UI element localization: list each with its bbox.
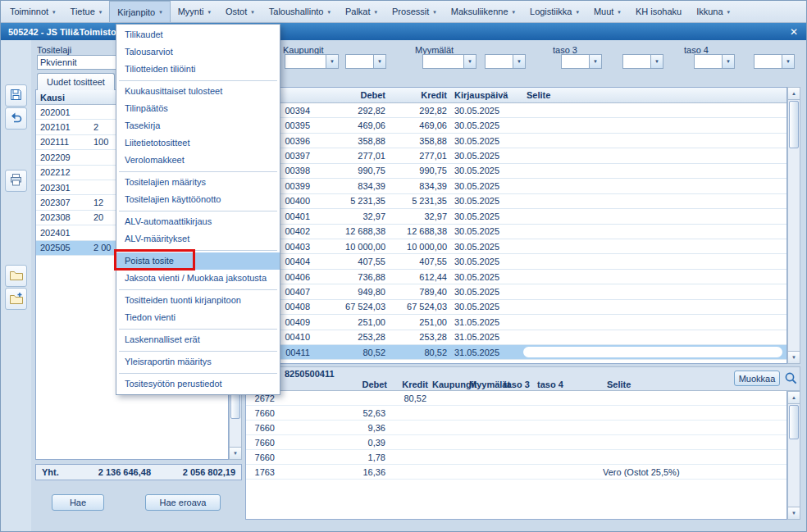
filter-combo-myymalat-1[interactable]: ▼ [422, 54, 476, 69]
menu-item-tositesyoton-perustiedot[interactable]: Tositesyötön perustiedot [116, 375, 280, 393]
menu-item-tilikaudet[interactable]: Tilikaudet [116, 26, 280, 43]
scroll-down-icon[interactable]: ▼ [788, 507, 800, 519]
tosite-row[interactable]: 00395469,06469,0630.05.2025 [246, 118, 786, 133]
save-button[interactable] [5, 84, 27, 107]
menubar-item-logistiikka[interactable]: Logistiikka▾ [522, 1, 586, 22]
menu-item-tasekirja[interactable]: Tasekirja [116, 117, 280, 134]
combo-arrow-icon[interactable]: ▼ [373, 55, 385, 68]
filter-combo-taso3-1[interactable]: ▼ [561, 54, 602, 69]
kausi-cell: 202301 [36, 183, 93, 193]
tosite-row[interactable]: 00396358,88358,8830.05.2025 [246, 134, 786, 148]
tab-uudet-tositteet[interactable]: Uudet tositteet [37, 73, 115, 90]
kausi-cell: 202401 [36, 228, 93, 238]
tositelaji-input[interactable] [37, 55, 116, 70]
filter-combo-taso4-1[interactable]: ▼ [694, 54, 735, 69]
menu-item-talousarviot[interactable]: Talousarviot [116, 43, 280, 61]
menubar-item-myynti[interactable]: Myynti▾ [171, 1, 218, 22]
selite-field[interactable] [523, 347, 782, 357]
combo-arrow-icon[interactable]: ▼ [650, 55, 663, 68]
filter-combo-taso4-2[interactable]: ▼ [754, 54, 795, 69]
filter-combo-taso3-2[interactable]: ▼ [622, 54, 663, 69]
scroll-down-icon[interactable]: ▼ [230, 447, 241, 459]
combo-value [285, 55, 326, 68]
vienti-row[interactable]: 76609,36 [246, 421, 786, 435]
combo-arrow-icon[interactable]: ▼ [463, 55, 476, 68]
tosite-row[interactable]: 0040132,9732,9730.05.2025 [246, 209, 786, 224]
menubar-item-kh-isohaku[interactable]: KH isohaku [628, 1, 689, 22]
undo-button[interactable] [5, 107, 27, 130]
menu-item-yleisraportin-maaritys[interactable]: Yleisraportin määritys [116, 353, 280, 371]
menu-item-tilinpaatos[interactable]: Tilinpäätös [116, 100, 280, 117]
menu-item-liitetietotositteet[interactable]: Liitetietotositteet [116, 134, 280, 152]
hae-eroava-button[interactable]: Hae eroava [145, 494, 221, 511]
menubar-item-maksuliikenne[interactable]: Maksuliikenne▾ [444, 1, 522, 22]
tosite-table-scrollbar[interactable]: ▲ ▼ [787, 87, 800, 364]
menu-item-kuukausittaiset-tulosteet[interactable]: Kuukausittaiset tulosteet [116, 83, 280, 100]
menu-item-tiliotteiden-tiliointi[interactable]: Tiliotteiden tiliöinti [116, 61, 280, 78]
print-button[interactable] [5, 170, 27, 192]
menubar-item-prosessit[interactable]: Prosessit▾ [385, 1, 444, 22]
tosite-row[interactable]: 00394292,82292,8230.05.2025 [246, 103, 786, 118]
tosite-row[interactable]: 00404407,55407,5530.05.2025 [246, 254, 786, 269]
tosite-row[interactable]: 00397277,01277,0130.05.2025 [246, 148, 786, 163]
menubar-item-ikkuna[interactable]: Ikkuna▾ [689, 1, 737, 22]
combo-arrow-icon[interactable]: ▼ [782, 55, 794, 68]
menubar-item-taloushallinto[interactable]: Taloushallinto▾ [262, 1, 338, 22]
vienti-row[interactable]: 176316,36Vero (Ostot 25,5%) [246, 465, 786, 480]
tosite-row[interactable]: 00409251,00251,0031.05.2025 [246, 315, 786, 330]
combo-arrow-icon[interactable]: ▼ [589, 55, 601, 68]
menu-item-tiedon-vienti[interactable]: Tiedon vienti [116, 309, 280, 326]
tosite-row[interactable]: 00410253,28253,2831.05.2025 [246, 330, 786, 345]
scroll-down-icon[interactable]: ▼ [788, 351, 800, 363]
tosite-row[interactable]: 0040212 688,3812 688,3830.05.2025 [246, 225, 786, 239]
filter-combo-kaupungit-1[interactable]: ▼ [285, 54, 339, 69]
menubar-item-ostot[interactable]: Ostot▾ [218, 1, 262, 22]
menu-item-jaksota-vienti-muokkaa-jaksotusta[interactable]: Jaksota vienti / Muokkaa jaksotusta [116, 270, 280, 287]
tosite-row[interactable]: 00398990,75990,7530.05.2025 [246, 164, 786, 179]
vienti-row[interactable]: 766052,63 [246, 406, 786, 421]
chevron-down-icon: ▾ [375, 9, 378, 15]
menubar-item-label: Tietue [71, 7, 95, 16]
vienti-row[interactable]: 76601,78 [246, 450, 786, 465]
menu-item-alv-automaattikirjaus[interactable]: ALV-automaattikirjaus [116, 213, 280, 230]
menu-item-tositelajien-kayttoonotto[interactable]: Tositelajien käyttöönotto [116, 191, 280, 208]
detail-taso3-header: taso 3 [504, 380, 530, 389]
folder-button[interactable] [5, 265, 27, 287]
menubar-item-muut[interactable]: Muut▾ [586, 1, 628, 22]
tosite-row[interactable]: 00399834,39834,3930.05.2025 [246, 179, 786, 193]
folder-new-button[interactable] [5, 288, 27, 310]
vienti-row[interactable]: 76600,39 [246, 435, 786, 450]
tosite-row[interactable]: 00407949,80789,4030.05.2025 [246, 284, 786, 299]
scrollbar-thumb[interactable] [789, 101, 799, 148]
tosite-row[interactable]: 0040310 000,0010 000,0030.05.2025 [246, 239, 786, 254]
tosite-row[interactable]: 0040867 524,0367 524,0330.05.2025 [246, 300, 786, 315]
tosite-row[interactable]: 0041180,5280,5231.05.2025 [246, 345, 786, 360]
menu-item-alv-maaritykset[interactable]: ALV-määritykset [116, 230, 280, 248]
hae-button[interactable]: Hae [52, 494, 104, 511]
menubar-item-palkat[interactable]: Palkat▾ [338, 1, 385, 22]
menubar-item-tietue[interactable]: Tietue▾ [63, 1, 110, 22]
scroll-up-icon[interactable]: ▲ [788, 392, 800, 404]
menu-item-tositteiden-tuonti-kirjanpitoon[interactable]: Tositteiden tuonti kirjanpitoon [116, 292, 280, 309]
menubar-item-kirjanpito[interactable]: Kirjanpito▾ [109, 1, 170, 22]
combo-arrow-icon[interactable]: ▼ [722, 55, 734, 68]
menubar-item-toiminnot[interactable]: Toiminnot▾ [2, 1, 63, 22]
menu-item-poista-tosite[interactable]: Poista tosite [116, 252, 280, 270]
detail-table-scrollbar[interactable]: ▲ ▼ [787, 391, 800, 520]
menu-item-verolomakkeet[interactable]: Verolomakkeet [116, 152, 280, 169]
combo-arrow-icon[interactable]: ▼ [513, 55, 525, 68]
scrollbar-thumb[interactable] [789, 405, 799, 439]
tosite-row[interactable]: 00406736,88612,4430.05.2025 [246, 270, 786, 284]
close-icon[interactable]: ✕ [787, 25, 800, 38]
menu-item-tositelajien-maaritys[interactable]: Tositelajien määritys [116, 174, 280, 191]
scroll-up-icon[interactable]: ▲ [788, 88, 800, 100]
menu-item-laskennalliset-erat[interactable]: Laskennalliset erät [116, 331, 280, 348]
tosite-row[interactable]: 004005 231,355 231,3530.05.2025 [246, 194, 786, 209]
app-window: Toiminnot▾Tietue▾Kirjanpito▾Myynti▾Ostot… [0, 0, 807, 532]
vienti-row[interactable]: 267280,52 [246, 391, 786, 406]
filter-combo-myymalat-2[interactable]: ▼ [485, 54, 526, 69]
combo-arrow-icon[interactable]: ▼ [326, 55, 338, 68]
filter-combo-kaupungit-2[interactable]: ▼ [345, 54, 386, 69]
muokkaa-button[interactable]: Muokkaa [734, 371, 780, 386]
magnifier-icon[interactable] [784, 371, 798, 387]
